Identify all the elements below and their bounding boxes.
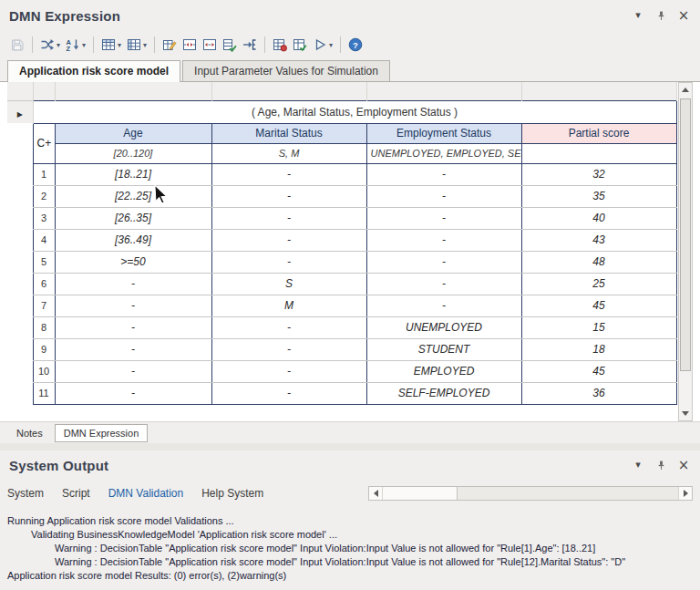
output-tab-help-system[interactable]: Help System	[192, 487, 273, 500]
rule-cell[interactable]: -	[55, 360, 211, 382]
rule-cell[interactable]: [18..21]	[55, 163, 211, 185]
parameters-cell[interactable]: ( Age, Marital Status, Employment Status…	[33, 100, 676, 123]
rule-cell[interactable]: -	[55, 316, 211, 338]
rule-cell[interactable]: -	[55, 382, 211, 404]
rule-cell[interactable]: 36	[521, 382, 676, 404]
rule-cell[interactable]: STUDENT	[366, 338, 521, 360]
rule-number[interactable]: 5	[33, 251, 55, 273]
column-header-employment-status[interactable]: Employment Status	[366, 123, 521, 143]
table-style-button[interactable]: ▾	[98, 34, 124, 56]
bottom-tab-dmn-expression[interactable]: DMN Expression	[55, 424, 149, 442]
close-icon[interactable]: ×	[676, 458, 691, 472]
hscrollbar-track[interactable]	[383, 487, 678, 500]
rule-cell[interactable]: 15	[521, 316, 676, 338]
table-layout-button[interactable]: ▾	[124, 34, 149, 56]
pin-icon[interactable]	[654, 458, 668, 472]
rule-cell[interactable]: -	[366, 163, 521, 185]
rule-cell[interactable]: M	[211, 295, 366, 316]
validate-table-button[interactable]	[290, 34, 310, 56]
output-horizontal-scrollbar[interactable]	[368, 486, 693, 501]
hscrollbar-thumb[interactable]	[457, 487, 678, 500]
rule-cell[interactable]: -	[55, 273, 211, 295]
rule-cell[interactable]: -	[211, 185, 366, 207]
rule-cell[interactable]: -	[211, 316, 366, 338]
pin-icon[interactable]	[654, 8, 668, 23]
run-button[interactable]: ▾	[310, 34, 335, 56]
table-vertical-scrollbar[interactable]	[678, 82, 693, 421]
rule-number[interactable]: 7	[33, 295, 55, 316]
allowed-values-employment-status[interactable]: UNEMPLOYED, EMPLOYED, SELF...	[366, 143, 521, 163]
rule-cell[interactable]: [22..25]	[55, 185, 211, 207]
save-button[interactable]	[7, 34, 27, 56]
rule-cell[interactable]: 32	[521, 163, 676, 185]
rule-cell[interactable]: -	[211, 229, 366, 251]
scroll-right-button[interactable]	[678, 487, 692, 500]
rule-number[interactable]: 3	[33, 207, 55, 229]
scrollbar-track[interactable]	[679, 97, 692, 407]
rule-cell[interactable]: -	[366, 229, 521, 251]
goto-definition-button[interactable]	[240, 34, 260, 56]
rule-cell[interactable]: 40	[521, 207, 676, 229]
scroll-down-button[interactable]	[679, 407, 692, 420]
simulation-input-button[interactable]	[270, 34, 290, 56]
tab-application-risk-score-model[interactable]: Application risk score model	[7, 60, 180, 82]
scrollbar-thumb[interactable]	[680, 98, 691, 371]
traceability-button[interactable]: ▾	[37, 34, 63, 56]
rule-cell[interactable]: -	[211, 207, 366, 229]
rule-cell[interactable]: [26..35]	[55, 207, 211, 229]
column-header-partial-score[interactable]: Partial score	[521, 123, 676, 143]
rule-cell[interactable]: 43	[521, 229, 676, 251]
tab-input-parameter-values-for-simulation[interactable]: Input Parameter Values for Simulation	[182, 60, 390, 81]
close-icon[interactable]: ×	[676, 8, 691, 23]
rule-cell[interactable]: 35	[521, 185, 676, 207]
help-button[interactable]: ?	[345, 34, 365, 56]
rule-number[interactable]: 11	[33, 382, 55, 404]
rule-number[interactable]: 8	[33, 316, 55, 338]
rule-cell[interactable]: -	[366, 251, 521, 273]
scroll-up-button[interactable]	[679, 83, 692, 97]
allowed-values-marital-status[interactable]: S, M	[211, 143, 366, 163]
unmerge-cells-button[interactable]	[200, 34, 220, 56]
validate-rule-button[interactable]	[220, 34, 240, 56]
rule-cell[interactable]: -	[55, 295, 211, 316]
rule-number[interactable]: 6	[33, 273, 55, 295]
hit-policy-cell[interactable]: C+	[33, 123, 55, 163]
sort-button[interactable]: AZ▾	[63, 34, 88, 56]
rule-cell[interactable]: -	[55, 338, 211, 360]
rule-cell[interactable]: -	[211, 338, 366, 360]
rule-cell[interactable]: 45	[521, 295, 676, 316]
rule-cell[interactable]: >=50	[55, 251, 211, 273]
rule-cell[interactable]: -	[211, 360, 366, 382]
row-selector[interactable]: ▶	[7, 100, 33, 123]
rule-cell[interactable]: -	[366, 207, 521, 229]
column-header-marital-status[interactable]: Marital Status	[211, 123, 366, 143]
output-tab-system[interactable]: System	[7, 487, 53, 500]
scroll-left-button[interactable]	[369, 487, 383, 500]
column-header-age[interactable]: Age	[55, 123, 211, 143]
panel-splitter[interactable]	[0, 443, 700, 450]
rule-cell[interactable]: [36..49]	[55, 229, 211, 251]
rule-cell[interactable]: -	[211, 382, 366, 404]
rule-cell[interactable]: -	[366, 273, 521, 295]
rule-cell[interactable]: 48	[521, 251, 676, 273]
merge-cells-button[interactable]	[180, 34, 200, 56]
allowed-values-age[interactable]: [20..120]	[55, 143, 211, 163]
bottom-tab-notes[interactable]: Notes	[7, 424, 52, 442]
allowed-values-partial-score[interactable]	[521, 143, 676, 163]
rule-cell[interactable]: S	[211, 273, 366, 295]
edit-rule-button[interactable]	[160, 34, 180, 56]
rule-cell[interactable]: -	[366, 295, 521, 316]
rule-cell[interactable]: 45	[521, 360, 676, 382]
rule-cell[interactable]: EMPLOYED	[366, 360, 521, 382]
rule-cell[interactable]: SELF-EMPLOYED	[366, 382, 521, 404]
panel-menu-icon[interactable]: ▾	[631, 458, 645, 472]
rule-number[interactable]: 10	[33, 360, 55, 382]
output-tab-dmn-validation[interactable]: DMN Validation	[99, 487, 192, 500]
rule-cell[interactable]: -	[211, 163, 366, 185]
rule-cell[interactable]: 18	[521, 338, 676, 360]
rule-number[interactable]: 2	[33, 185, 55, 207]
output-tab-script[interactable]: Script	[53, 487, 99, 500]
rule-number[interactable]: 4	[33, 229, 55, 251]
rule-cell[interactable]: UNEMPLOYED	[366, 316, 521, 338]
panel-menu-icon[interactable]: ▾	[631, 8, 645, 23]
